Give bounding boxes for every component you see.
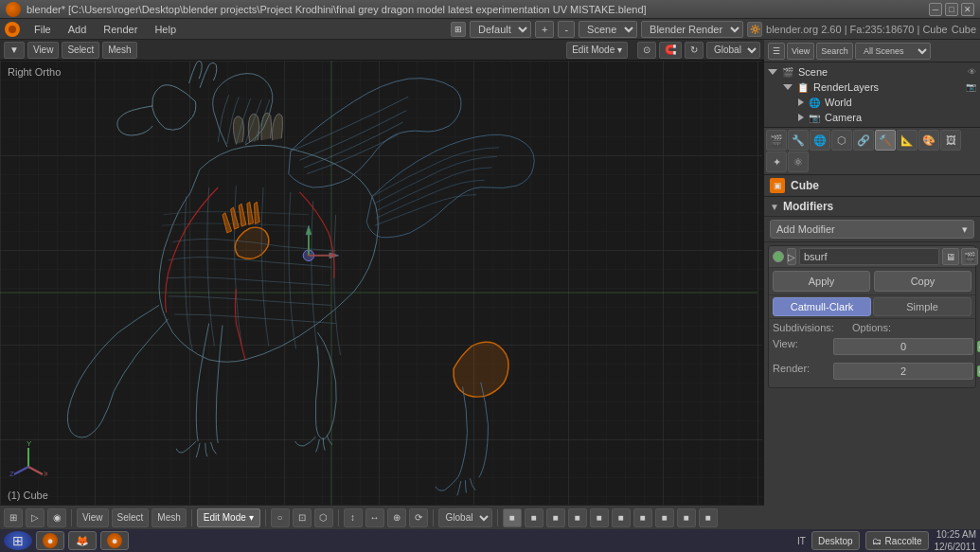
props-tab-material[interactable]: 🎨 xyxy=(918,130,939,151)
pivot-button[interactable]: ↻ xyxy=(685,42,704,59)
scene-label: Scene xyxy=(798,66,828,78)
taskbar-item-blender-2[interactable]: ● xyxy=(100,531,129,550)
scene-scope-select[interactable]: All Scenes xyxy=(855,43,931,60)
render-value-input[interactable] xyxy=(833,363,973,380)
view-button[interactable]: View xyxy=(787,43,814,60)
mesh-menu-bottom[interactable]: Mesh xyxy=(151,508,186,527)
transform-btn-4[interactable]: ⟳ xyxy=(409,508,428,527)
modifier-mode-btn-2[interactable]: 🎬 xyxy=(961,248,978,265)
close-button[interactable]: ✕ xyxy=(961,3,974,16)
blender-logo-icon xyxy=(6,2,21,17)
mode-select-button[interactable]: Edit Mode ▾ xyxy=(566,42,628,59)
right-panel: ☰ View Search All Scenes 🎬 Scene 👁 📋 Ren… xyxy=(764,40,980,529)
layout-select[interactable]: Default xyxy=(470,21,531,38)
taskbar-desktop-button[interactable]: Desktop xyxy=(811,531,860,550)
edit-mode-button[interactable]: Edit Mode ▾ xyxy=(197,508,260,527)
svg-text:Z: Z xyxy=(9,470,14,476)
viewport-menu-button[interactable]: ▼ xyxy=(4,42,25,59)
view-menu-button[interactable]: View xyxy=(27,42,60,59)
outline-item-camera[interactable]: 📷 Camera xyxy=(764,110,980,125)
props-tab-object[interactable]: ⬡ xyxy=(831,130,852,151)
props-tab-physics[interactable]: ⚛ xyxy=(788,151,809,172)
taskbar-locale: IT xyxy=(797,536,806,546)
modifier-render-icon[interactable]: ▷ xyxy=(787,248,796,265)
menu-help[interactable]: Help xyxy=(147,22,184,37)
outline-item-world[interactable]: 🌐 World xyxy=(764,95,980,110)
menubar-right: ⊞ Default + - Scene Blender Render 🔆 ble… xyxy=(451,21,976,38)
taskbar-item-blender[interactable]: ● xyxy=(36,531,64,550)
outline-item-scene[interactable]: 🎬 Scene 👁 xyxy=(764,64,980,80)
modifier-mode-btn-1[interactable]: 🖥 xyxy=(942,248,959,265)
3d-viewport[interactable]: Right Ortho Y X Z (1) Cube xyxy=(0,61,764,505)
props-tab-texture[interactable]: 🖼 xyxy=(940,130,961,151)
occlude-icon-button[interactable]: ⬡ xyxy=(314,508,333,527)
view-value-input[interactable] xyxy=(833,338,973,355)
catmull-clark-tab[interactable]: Catmull-Clark xyxy=(773,297,871,316)
layer-btn-7[interactable]: ■ xyxy=(633,508,652,527)
layer-btn-4[interactable]: ■ xyxy=(568,508,587,527)
search-button[interactable]: Search xyxy=(816,43,853,60)
layer-btn-6[interactable]: ■ xyxy=(612,508,631,527)
modifier-apply-button[interactable]: Apply xyxy=(773,271,870,292)
render-mode-button[interactable]: ▷ xyxy=(26,508,45,527)
add-modifier-button[interactable]: Add Modifier ▾ xyxy=(770,220,974,239)
scene-expand-button[interactable]: + xyxy=(535,21,554,38)
select-menu-bottom[interactable]: Select xyxy=(112,508,150,527)
props-tab-render[interactable]: 🎬 xyxy=(766,130,787,151)
layer-btn-8[interactable]: ■ xyxy=(655,508,674,527)
engine-select[interactable]: Blender Render xyxy=(641,21,743,38)
modifier-name-input[interactable] xyxy=(799,248,939,265)
modifier-toggle[interactable] xyxy=(773,251,784,262)
modifier-params: Subdivisions: Options: View: Subdivide U… xyxy=(769,319,975,387)
props-tab-constraints[interactable]: 🔗 xyxy=(853,130,874,151)
render-info: blender.org 2.60 | Fa:235:18670 | Cube xyxy=(766,24,948,35)
scene-button[interactable]: - xyxy=(558,21,575,38)
viewport-type-button[interactable]: ⊞ xyxy=(4,508,23,527)
modifiers-panel-header[interactable]: ▼ Modifiers xyxy=(764,197,980,217)
props-tab-world[interactable]: 🌐 xyxy=(810,130,830,151)
maximize-button[interactable]: □ xyxy=(945,3,958,16)
transform-btn-2[interactable]: ↔ xyxy=(365,508,384,527)
add-modifier-arrow: ▾ xyxy=(962,223,968,236)
transform-btn-3[interactable]: ⊕ xyxy=(387,508,406,527)
mesh-menu-button[interactable]: Mesh xyxy=(102,42,136,59)
transform-orientation-select[interactable]: Global Local xyxy=(706,42,760,59)
snap-button[interactable]: 🧲 xyxy=(659,42,682,59)
props-tab-particles[interactable]: ✦ xyxy=(766,151,787,172)
viewport-header: ▼ View Select Mesh Edit Mode ▾ ⊙ 🧲 ↻ Glo… xyxy=(0,40,764,61)
layer-btn-3[interactable]: ■ xyxy=(546,508,565,527)
renderlayers-icon-camera: 📷 xyxy=(966,82,976,92)
layer-btn-2[interactable]: ■ xyxy=(525,508,543,527)
menu-render[interactable]: Render xyxy=(96,22,145,37)
taskbar-raccolte-button[interactable]: 🗂 Raccolte xyxy=(865,531,929,550)
blender-icon-2: ● xyxy=(107,533,122,548)
props-tab-data[interactable]: 📐 xyxy=(897,130,918,151)
layer-btn-1[interactable]: ■ xyxy=(503,508,522,527)
outline-item-renderlayers[interactable]: 📋 RenderLayers 📷 xyxy=(764,80,980,95)
taskbar-item-firefox[interactable]: 🦊 xyxy=(68,531,97,550)
modifier-copy-button[interactable]: Copy xyxy=(874,271,971,292)
simple-tab[interactable]: Simple xyxy=(873,297,971,316)
ortho-toggle-button[interactable]: ◉ xyxy=(47,508,66,527)
select-menu-button[interactable]: Select xyxy=(62,42,99,59)
firefox-icon: 🦊 xyxy=(75,533,90,548)
scene-select[interactable]: Scene xyxy=(579,21,637,38)
proportional-edit-button[interactable]: ⊙ xyxy=(637,42,656,59)
transform-orientation-bottom[interactable]: Global xyxy=(438,508,492,527)
snap-icon-button[interactable]: ⊡ xyxy=(293,508,312,527)
menu-file[interactable]: File xyxy=(27,22,59,37)
menu-add[interactable]: Add xyxy=(61,22,95,37)
proportional-edit-icon-button[interactable]: ○ xyxy=(271,508,290,527)
date-text: 12/6/2011 xyxy=(935,541,977,552)
transform-btn-1[interactable]: ↕ xyxy=(344,508,363,527)
minimize-button[interactable]: ─ xyxy=(929,3,942,16)
layer-btn-5[interactable]: ■ xyxy=(590,508,609,527)
props-tab-modifiers[interactable]: 🔨 xyxy=(875,130,896,151)
start-button[interactable]: ⊞ xyxy=(4,531,32,550)
props-tab-scene[interactable]: 🔧 xyxy=(788,130,809,151)
outliner-menu[interactable]: ☰ xyxy=(768,43,785,60)
layer-btn-10[interactable]: ■ xyxy=(699,508,718,527)
view-menu-bottom[interactable]: View xyxy=(77,508,109,527)
title-bar: blender* [C:\Users\roger\Desktop\blender… xyxy=(0,0,980,19)
layer-btn-9[interactable]: ■ xyxy=(677,508,696,527)
